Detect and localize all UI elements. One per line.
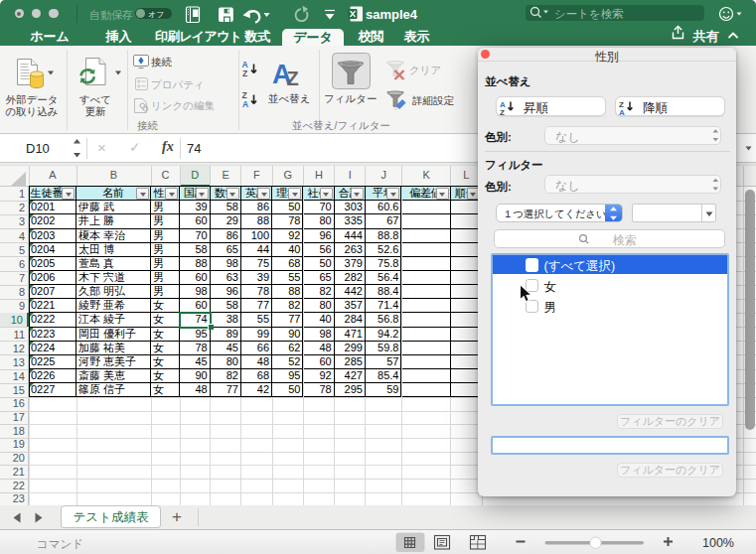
svg-text:Z: Z — [500, 107, 505, 116]
svg-text:Z: Z — [287, 68, 299, 89]
svg-text:Z: Z — [242, 69, 247, 78]
svg-text:A: A — [242, 99, 248, 109]
svg-text:A: A — [619, 107, 625, 116]
